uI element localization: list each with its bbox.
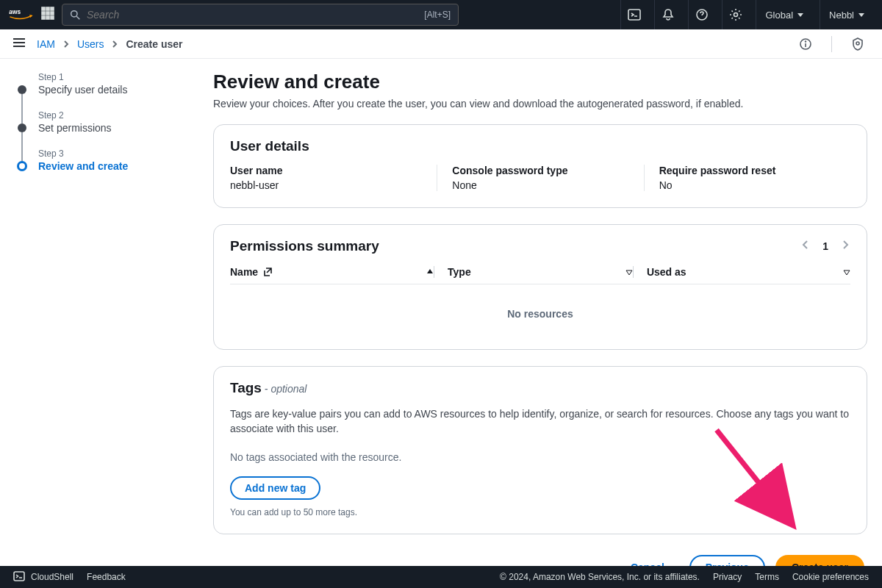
field-value-require-reset: No <box>659 179 850 191</box>
svg-text:aws: aws <box>9 8 21 15</box>
svg-rect-9 <box>51 16 54 19</box>
caret-down-icon <box>858 13 864 17</box>
pager-next-icon[interactable] <box>840 240 850 253</box>
pager-page-number: 1 <box>822 240 828 252</box>
page-subtitle: Review your choices. After you create th… <box>213 98 867 110</box>
account-menu[interactable]: Nebbl <box>820 0 873 29</box>
notifications-icon[interactable] <box>654 0 681 29</box>
svg-rect-1 <box>42 7 45 10</box>
svg-rect-7 <box>42 16 45 19</box>
field-label-require-reset: Require password reset <box>659 165 850 176</box>
step-review-and-create[interactable]: Step 3 Review and create <box>22 148 191 172</box>
sort-icon <box>625 268 633 276</box>
breadcrumb-bar: IAM Users Create user <box>0 29 882 59</box>
breadcrumbs: IAM Users Create user <box>37 38 183 50</box>
cloudshell-link[interactable]: CloudShell <box>31 572 74 582</box>
external-link-icon <box>262 267 273 277</box>
field-label-username: User name <box>230 165 437 176</box>
step-dot-icon <box>18 85 26 94</box>
table-empty-state: No resources <box>230 284 850 333</box>
caret-down-icon <box>797 13 803 17</box>
tags-heading: Tags - optional <box>230 380 850 396</box>
field-label-password-type: Console password type <box>452 165 643 176</box>
services-grid-icon[interactable] <box>41 7 54 23</box>
chevron-right-icon <box>111 38 118 50</box>
table-pager: 1 <box>800 240 850 253</box>
svg-rect-6 <box>51 12 54 15</box>
security-hexagon-icon[interactable] <box>845 32 870 57</box>
step-set-permissions[interactable]: Step 2 Set permissions <box>22 110 191 134</box>
svg-rect-8 <box>46 16 49 19</box>
field-value-username: nebbl-user <box>230 179 437 191</box>
aws-logo[interactable]: aws <box>9 7 34 22</box>
search-shortcut-hint: [Alt+S] <box>424 10 451 20</box>
wizard-stepper: Step 1 Specify user details Step 2 Set p… <box>0 59 206 566</box>
column-header-name[interactable]: Name <box>230 266 434 278</box>
cloudshell-footer-icon[interactable] <box>13 570 25 584</box>
svg-rect-3 <box>51 7 54 10</box>
add-new-tag-button[interactable]: Add new tag <box>230 476 320 500</box>
create-user-button[interactable]: Create user <box>775 555 864 566</box>
permissions-heading: Permissions summary <box>230 238 379 254</box>
terms-link[interactable]: Terms <box>755 572 779 582</box>
cancel-button[interactable]: Cancel <box>616 555 679 566</box>
tags-limit-hint: You can add up to 50 more tags. <box>230 507 850 517</box>
svg-point-20 <box>806 41 806 42</box>
svg-rect-2 <box>46 7 49 10</box>
breadcrumb-users[interactable]: Users <box>77 38 104 50</box>
step-dot-active-icon <box>17 161 27 171</box>
wizard-content: Review and create Review your choices. A… <box>206 59 882 566</box>
page-title: Review and create <box>213 71 867 93</box>
svg-point-21 <box>856 42 859 45</box>
sort-icon <box>843 268 850 276</box>
pager-prev-icon[interactable] <box>800 240 811 253</box>
breadcrumb-current: Create user <box>126 38 182 50</box>
top-navbar: aws [Alt+S] Global Nebbl <box>0 0 882 29</box>
page-footer: CloudShell Feedback © 2024, Amazon Web S… <box>0 566 882 588</box>
breadcrumb-iam[interactable]: IAM <box>37 38 55 50</box>
user-details-panel: User details User name nebbl-user Consol… <box>213 124 867 208</box>
tags-panel: Tags - optional Tags are key-value pairs… <box>213 366 867 534</box>
help-icon[interactable] <box>688 0 714 29</box>
feedback-link[interactable]: Feedback <box>87 572 126 582</box>
svg-rect-5 <box>46 12 49 15</box>
permissions-summary-panel: Permissions summary 1 Name Type <box>213 224 867 350</box>
svg-point-10 <box>71 10 77 16</box>
chevron-right-icon <box>62 38 70 50</box>
privacy-link[interactable]: Privacy <box>713 572 742 582</box>
svg-rect-22 <box>14 572 24 581</box>
cookie-preferences-link[interactable]: Cookie preferences <box>792 572 869 582</box>
side-nav-toggle-icon[interactable] <box>12 35 26 53</box>
step-dot-icon <box>18 123 26 132</box>
user-details-heading: User details <box>230 138 850 154</box>
tags-empty-text: No tags associated with the resource. <box>230 451 850 463</box>
svg-line-11 <box>76 16 79 19</box>
svg-point-14 <box>734 13 737 17</box>
tags-description: Tags are key-value pairs you can add to … <box>230 406 850 437</box>
wizard-footer: Cancel Previous Create user <box>213 551 867 566</box>
field-value-password-type: None <box>452 179 643 191</box>
global-search[interactable]: [Alt+S] <box>62 4 459 26</box>
cloudshell-icon[interactable] <box>620 0 647 29</box>
column-header-type[interactable]: Type <box>434 266 633 278</box>
info-icon[interactable] <box>793 32 818 57</box>
column-header-used-as[interactable]: Used as <box>633 266 850 278</box>
region-selector[interactable]: Global <box>756 0 812 29</box>
svg-rect-4 <box>42 12 45 15</box>
previous-button[interactable]: Previous <box>689 555 765 566</box>
sort-asc-icon <box>426 268 434 276</box>
settings-icon[interactable] <box>722 0 748 29</box>
step-specify-user-details[interactable]: Step 1 Specify user details <box>22 72 191 96</box>
search-input[interactable] <box>87 9 418 21</box>
copyright-text: © 2024, Amazon Web Services, Inc. or its… <box>500 572 700 582</box>
